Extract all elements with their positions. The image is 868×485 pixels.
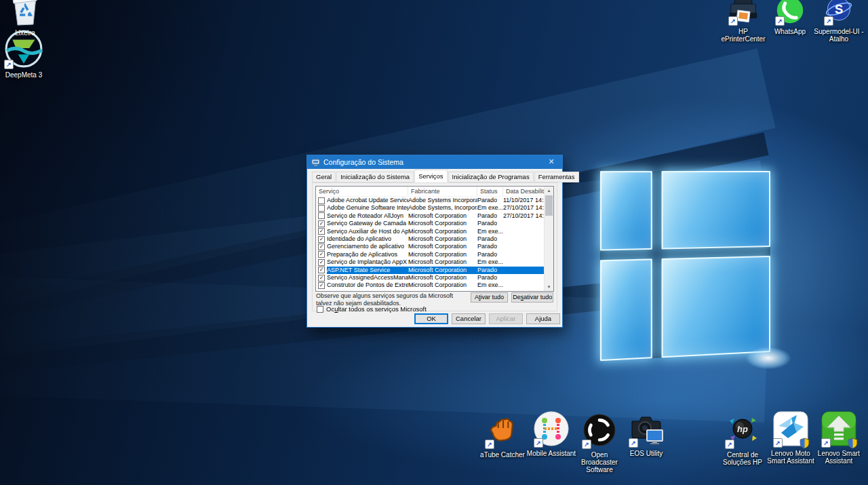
shortcut-arrow-icon: ↗ (775, 16, 785, 26)
service-vendor: Microsoft Corporation (408, 258, 477, 266)
shortcut-arrow-icon: ↗ (534, 438, 543, 448)
service-status: Parado (477, 243, 503, 250)
desktop-icon-supermodel-ui[interactable]: S ↗ Supermodel-UI - Atalho (812, 0, 865, 43)
table-row[interactable]: Adobe Acrobat Update ServiceAdobe System… (316, 197, 553, 204)
desktop-icon-hp-eprintercenter[interactable]: ↗ HP ePrinterCenter (717, 0, 770, 43)
svg-text:hp: hp (737, 424, 748, 434)
column-header-service[interactable]: Serviço (316, 187, 408, 196)
service-checkbox[interactable]: ✓ (316, 243, 327, 250)
table-row[interactable]: ✓Construtor de Pontos de Extrem...Micros… (316, 282, 553, 289)
table-row[interactable]: ✓ASP.NET State ServiceMicrosoft Corporat… (316, 267, 553, 274)
service-checkbox[interactable]: ✓ (316, 258, 327, 266)
shortcut-arrow-icon: ↗ (582, 440, 591, 449)
service-checkbox[interactable] (316, 197, 327, 204)
column-header-vendor[interactable]: Fabricante (408, 187, 477, 196)
tab-geral[interactable]: Geral (312, 172, 336, 182)
service-checkbox[interactable]: ✓ (316, 267, 327, 274)
table-row[interactable]: ✓Identidade do AplicativoMicrosoft Corpo… (316, 235, 553, 243)
service-checkbox[interactable]: ✓ (316, 235, 327, 243)
desktop-icon-hp-central[interactable]: hp ↗ Central de Soluções HP (716, 411, 769, 466)
service-checkbox[interactable] (316, 204, 327, 212)
tab-inicializacao-programas[interactable]: Inicialização de Programas (448, 172, 534, 182)
disable-all-button[interactable]: Desativar tudo (511, 292, 553, 303)
shortcut-arrow-icon: ↗ (629, 438, 638, 448)
desktop-icon-lenovo-smart[interactable]: ↗ Lenovo Smart Assistant (812, 410, 865, 465)
apply-button: Aplicar (489, 313, 523, 324)
table-row[interactable]: ✓Serviço AssignedAccessManagerMicrosoft … (316, 274, 553, 282)
close-icon[interactable]: ✕ (540, 155, 562, 169)
service-name: Serviço Auxiliar de Host do Aplic... (327, 228, 408, 235)
desktop-icon-mobile-assistant[interactable]: ↗ Mobile Assistant (525, 410, 578, 457)
service-vendor: Microsoft Corporation (408, 220, 477, 227)
whatsapp-icon: ↗ (775, 0, 805, 26)
services-table-body: Adobe Acrobat Update ServiceAdobe System… (316, 197, 553, 290)
help-button[interactable]: Ajuda (526, 313, 560, 324)
desktop-icon-deepmeta[interactable]: ↗ DeepMeta 3 (0, 28, 50, 79)
desktop-icon-eos-utility[interactable]: ↗ EOS Utility (620, 410, 673, 457)
service-status: Parado (477, 274, 503, 282)
service-name: Preparação de Aplicativos (327, 251, 408, 258)
tab-servicos[interactable]: Serviços (414, 170, 447, 182)
vertical-scrollbar[interactable]: ▲ ▼ (544, 187, 553, 291)
service-status: Parado (477, 251, 503, 258)
service-checkbox[interactable]: ✓ (316, 274, 327, 282)
service-name: Serviço de Implantação AppX (A... (327, 258, 408, 266)
service-checkbox[interactable]: ✓ (316, 220, 327, 227)
service-vendor: Adobe Systems Incorporated (408, 197, 477, 204)
table-row[interactable]: ✓Serviço Gateway de Camada de ...Microso… (316, 220, 553, 227)
service-status: Parado (477, 220, 503, 227)
scroll-up-icon[interactable]: ▲ (545, 187, 553, 195)
checkbox-icon[interactable] (317, 306, 323, 313)
column-header-status[interactable]: Status (477, 187, 503, 196)
desktop-icon-atube-catcher[interactable]: ↗ aTube Catcher (476, 411, 529, 459)
service-vendor: Microsoft Corporation (408, 228, 477, 235)
service-name: Construtor de Pontos de Extrem... (327, 282, 408, 289)
table-row[interactable]: Serviço de Roteador AllJoynMicrosoft Cor… (316, 212, 553, 220)
service-status: Parado (477, 235, 503, 243)
uac-shield-icon (799, 438, 810, 449)
hide-microsoft-services-checkbox[interactable]: Ocultar todos os serviços Microsoft (317, 305, 427, 313)
table-row[interactable]: ✓Preparação de AplicativosMicrosoft Corp… (316, 251, 553, 258)
checkbox-label: Ocultar todos os serviços Microsoft (326, 305, 427, 313)
service-vendor: Microsoft Corporation (408, 251, 477, 258)
service-checkbox[interactable]: ✓ (316, 228, 327, 235)
desktop-icon-whatsapp[interactable]: ↗ WhatsApp (764, 0, 816, 35)
service-checkbox[interactable] (316, 212, 327, 220)
windows-logo-pane (600, 258, 652, 361)
scrollbar-thumb[interactable] (545, 195, 553, 216)
uac-shield-icon (847, 438, 859, 449)
tab-ferramentas[interactable]: Ferramentas (534, 172, 579, 182)
hp-solution-center-icon: hp ↗ (725, 411, 760, 449)
dialog-titlebar[interactable]: Configuração do Sistema ✕ (307, 155, 562, 169)
supermodel-icon: S ↗ (824, 0, 854, 26)
tab-strip: Geral Inicialização do Sistema Serviços … (312, 172, 580, 182)
table-row[interactable]: ✓Serviço de Implantação AppX (A...Micros… (316, 258, 553, 266)
tab-inicializacao-sistema[interactable]: Inicialização do Sistema (336, 172, 414, 182)
ok-button[interactable]: OK (414, 313, 448, 324)
desktop-icon-obs[interactable]: ↗ Open Broadcaster Software (573, 411, 626, 473)
windows-logo-pane (600, 171, 652, 251)
service-name: Gerenciamento de aplicativo (327, 243, 408, 250)
table-row[interactable]: Adobe Genuine Software Integri...Adobe S… (316, 204, 553, 212)
service-name: Serviço Gateway de Camada de ... (327, 220, 408, 227)
cancel-button[interactable]: Cancelar (452, 313, 486, 324)
tab-page-services: Serviço Fabricante Status Data Desabilit… (312, 182, 557, 311)
service-vendor: Microsoft Corporation (408, 267, 477, 274)
desktop-icon-lenovo-moto[interactable]: ↗ Lenovo Moto Smart Assistant (764, 410, 817, 465)
table-row[interactable]: ✓Gerenciamento de aplicativoMicrosoft Co… (316, 243, 553, 250)
icon-label: Lenovo Moto Smart Assistant (767, 450, 814, 465)
service-checkbox[interactable]: ✓ (316, 251, 327, 258)
recycle-bin-icon (9, 0, 41, 27)
service-name: Adobe Genuine Software Integri... (327, 204, 408, 212)
lenovo-moto-assistant-icon: ↗ (773, 410, 808, 448)
icon-label: Supermodel-UI - Atalho (814, 28, 863, 43)
service-status: Em exe... (477, 282, 503, 289)
icon-label: HP ePrinterCenter (717, 28, 770, 43)
shortcut-arrow-icon: ↗ (485, 440, 494, 449)
table-row[interactable]: ✓Serviço Auxiliar de Host do Aplic...Mic… (316, 228, 553, 235)
enable-all-button[interactable]: Ativar tudo (471, 292, 509, 303)
scroll-down-icon[interactable]: ▼ (545, 283, 553, 291)
service-checkbox[interactable]: ✓ (316, 282, 327, 289)
service-status: Em exe... (477, 258, 503, 266)
icon-label: WhatsApp (774, 28, 806, 35)
